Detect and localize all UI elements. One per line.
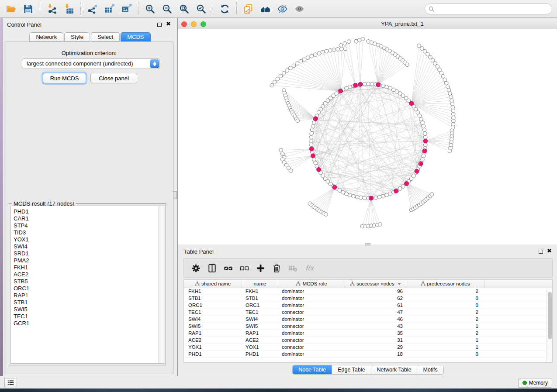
column-header-shared-name[interactable]: shared name xyxy=(184,280,242,288)
mcds-result-item[interactable]: PHD1 xyxy=(11,208,164,215)
export-network-button[interactable] xyxy=(84,1,101,16)
mcds-result-item[interactable]: TEC1 xyxy=(11,313,164,320)
import-network-button[interactable] xyxy=(43,1,60,16)
cell-successor-nodes: 46 xyxy=(345,316,406,323)
delete-column-button[interactable] xyxy=(269,261,285,276)
maximize-window-icon[interactable] xyxy=(201,21,206,27)
mcds-result-item[interactable]: SWI4 xyxy=(11,243,164,250)
show-panels-button[interactable] xyxy=(291,1,308,16)
cell-predecessor-nodes: 1 xyxy=(406,344,484,351)
table-scrollbar-thumb[interactable] xyxy=(548,292,552,339)
control-panel: Control Panel ✖ NetworkStyleSelectMCDS O… xyxy=(3,18,177,376)
cell-shared-name: PHD1 xyxy=(184,351,242,358)
mcds-result-item[interactable]: SRD1 xyxy=(11,250,164,257)
table-row[interactable]: SWI4SWI4dominator462 xyxy=(184,316,552,323)
tab-network[interactable]: Network xyxy=(29,32,63,41)
status-bar: Memory xyxy=(0,376,557,389)
export-table-button[interactable] xyxy=(101,1,118,16)
close-panel-button[interactable]: Close panel xyxy=(90,73,137,83)
add-column-button[interactable] xyxy=(253,261,269,276)
minimize-window-icon[interactable] xyxy=(191,21,197,27)
mcds-result-item[interactable]: STB1 xyxy=(11,299,164,306)
table-row[interactable]: FKH1FKH1dominator962 xyxy=(184,288,552,295)
mcds-result-item[interactable]: PMA2 xyxy=(11,257,164,264)
float-table-panel-icon[interactable] xyxy=(539,250,543,254)
vertical-splitter-handle[interactable] xyxy=(173,191,177,199)
table-row[interactable]: ORC1ORC1dominator610 xyxy=(184,302,552,309)
table-header-row: shared namenameMCDS rolesuccessor nodesp… xyxy=(184,280,552,288)
tab-style[interactable]: Style xyxy=(64,32,90,41)
tab-mcds[interactable]: MCDS xyxy=(121,32,150,41)
toolbar-separator xyxy=(213,3,213,15)
table-row[interactable]: YOX1YOX1connector291 xyxy=(184,344,552,351)
table-scrollbar[interactable] xyxy=(547,289,552,362)
delete-table-button xyxy=(285,261,301,276)
refresh-network-button[interactable] xyxy=(216,1,233,16)
table-row[interactable]: STB1STB1dominator620 xyxy=(184,295,552,302)
tab-motifs[interactable]: Motifs xyxy=(417,365,443,374)
cell-name: SWI5 xyxy=(242,323,278,330)
mcds-result-item[interactable]: RAP1 xyxy=(11,292,164,299)
duplicate-network-button[interactable] xyxy=(240,1,257,16)
tab-network-table[interactable]: Network Table xyxy=(371,365,418,374)
table-row[interactable]: SWI5SWI5connector431 xyxy=(184,323,552,330)
zoom-fit-button[interactable] xyxy=(176,1,193,16)
float-panel-icon[interactable] xyxy=(157,23,162,27)
hierarchy-icon xyxy=(195,282,200,286)
mcds-result-item[interactable]: CAR1 xyxy=(11,215,164,222)
hide-panels-button[interactable] xyxy=(274,1,291,16)
tab-edge-table[interactable]: Edge Table xyxy=(332,365,371,374)
select-all-rows-button[interactable] xyxy=(220,261,236,276)
mcds-result-item[interactable]: SWI5 xyxy=(11,306,164,313)
table-row[interactable]: ACE2ACE2connector311 xyxy=(184,337,552,344)
deselect-all-rows-button[interactable] xyxy=(236,261,253,276)
cell-shared-name: YOX1 xyxy=(184,344,242,351)
column-header-mcds-role[interactable]: MCDS role xyxy=(278,280,345,288)
cell-name: STB1 xyxy=(242,295,278,302)
table-toolbar: f(x) xyxy=(183,258,553,278)
network-overview-button[interactable] xyxy=(257,1,274,16)
memory-status-icon xyxy=(522,381,527,385)
zoom-selected-icon xyxy=(196,3,207,14)
result-list-scrollbar[interactable] xyxy=(158,206,164,363)
zoom-selected-button[interactable] xyxy=(193,1,210,16)
zoom-out-button[interactable] xyxy=(159,1,176,16)
task-history-button[interactable] xyxy=(4,378,17,387)
tab-select[interactable]: Select xyxy=(91,32,120,41)
network-canvas[interactable] xyxy=(178,29,557,244)
mcds-result-item[interactable]: TID3 xyxy=(11,229,164,236)
close-table-panel-icon[interactable]: ✖ xyxy=(547,248,552,254)
close-window-icon[interactable] xyxy=(181,21,187,27)
column-header-successor-nodes[interactable]: successor nodes xyxy=(345,280,406,288)
mcds-result-item[interactable]: ORC1 xyxy=(11,285,164,292)
column-header-name[interactable]: name xyxy=(242,280,278,288)
table-row[interactable]: TEC1TEC1connector472 xyxy=(184,309,552,316)
mcds-result-item[interactable]: STB5 xyxy=(11,278,164,285)
run-mcds-button[interactable]: Run MCDS xyxy=(43,73,86,83)
cell-successor-nodes: 61 xyxy=(345,302,406,309)
table-row[interactable]: RAP1RAP1dominator352 xyxy=(184,330,552,337)
open-file-button[interactable] xyxy=(3,1,20,16)
memory-button[interactable]: Memory xyxy=(518,378,552,388)
tab-node-table[interactable]: Node Table xyxy=(293,365,332,374)
column-header-predecessor-nodes[interactable]: predecessor nodes xyxy=(406,280,484,288)
cell-successor-nodes: 18 xyxy=(345,351,406,358)
import-table-button[interactable] xyxy=(60,1,77,16)
mcds-result-item[interactable]: STP4 xyxy=(11,222,164,229)
mcds-result-item[interactable]: FKH1 xyxy=(11,264,164,271)
close-panel-icon[interactable]: ✖ xyxy=(166,21,171,28)
cell-predecessor-nodes: 1 xyxy=(406,337,484,344)
mcds-result-item[interactable]: GCR1 xyxy=(11,320,164,327)
mcds-result-item[interactable]: YOX1 xyxy=(11,236,164,243)
save-session-button[interactable] xyxy=(20,1,37,16)
show-hide-columns-button[interactable] xyxy=(204,261,220,276)
search-input[interactable] xyxy=(435,4,552,14)
memory-label: Memory xyxy=(529,380,548,386)
zoom-in-button[interactable] xyxy=(142,1,159,16)
export-image-button[interactable] xyxy=(118,1,135,16)
network-graph[interactable] xyxy=(178,29,557,244)
table-row[interactable]: PHD1PHD1dominator180 xyxy=(184,351,552,358)
table-mode-gear-button[interactable] xyxy=(188,261,204,276)
mcds-result-item[interactable]: ACE2 xyxy=(11,271,164,278)
optimization-criterion-dropdown[interactable]: largest connected component (undirected) xyxy=(22,58,160,69)
